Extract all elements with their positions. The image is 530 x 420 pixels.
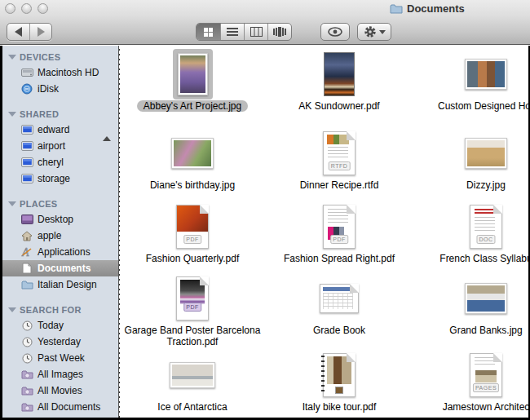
sidebar-item-label: airport: [38, 140, 65, 152]
pdf-spiral-document-icon: [323, 353, 356, 397]
doc-document-icon: DOC: [470, 205, 502, 249]
file-item-grade-book[interactable]: Grade Book: [266, 272, 413, 348]
documents-icon: [20, 262, 33, 275]
sidebar-item-idisk[interactable]: iDisk: [2, 81, 118, 97]
minimize-button[interactable]: [21, 3, 32, 14]
sidebar-item-storage[interactable]: storage: [2, 170, 118, 187]
home-icon: [20, 229, 33, 242]
desktop-icon: [20, 213, 33, 226]
sidebar-item-all-images[interactable]: All Images: [2, 366, 118, 382]
eject-button[interactable]: [103, 125, 112, 134]
chevron-down-icon: [379, 30, 386, 34]
sidebar-item-desktop[interactable]: Desktop: [2, 211, 118, 228]
close-button[interactable]: [5, 3, 15, 14]
file-label: Italy bike tour.pdf: [303, 401, 377, 413]
file-item-fashion-quarterly[interactable]: PDF Fashion Quarterly.pdf: [119, 200, 266, 272]
file-item-custom-designed[interactable]: Custom Designed Hor: [413, 47, 528, 126]
file-item-ak-sundowner[interactable]: AK Sundowner.pdf: [266, 47, 413, 126]
file-label: Diane's birthday.jpg: [150, 179, 235, 191]
section-title: DEVICES: [20, 52, 60, 62]
file-item-dianes-birthday[interactable]: Diane's birthday.jpg: [119, 126, 266, 200]
file-icon-box: DOC: [465, 201, 507, 252]
section-header-search-for[interactable]: SEARCH FOR: [2, 303, 118, 317]
jpeg-landscape-photo-icon: [465, 138, 507, 169]
back-button[interactable]: [7, 24, 29, 40]
sidebar-section-devices: DEVICES Macintosh HD iDisk: [2, 50, 118, 97]
file-grid: Abbey's Art Project.jpg AK Sundowner.pdf…: [119, 47, 528, 418]
sidebar-item-label: apple: [38, 230, 61, 241]
forward-button[interactable]: [29, 24, 51, 40]
file-icon-box: PAGES: [465, 350, 507, 400]
file-item-ice-of-antarctica[interactable]: Ice of Antarctica: [119, 348, 266, 418]
sidebar-item-yesterday[interactable]: Yesterday: [2, 334, 118, 350]
pdf-document-icon: PDF: [323, 205, 356, 249]
sidebar-item-label: iDisk: [38, 83, 59, 95]
sidebar-item-italian-design[interactable]: Italian Design: [2, 276, 118, 293]
eye-icon: [328, 27, 342, 37]
sidebar-item-label: Past Week: [38, 352, 85, 364]
file-item-dizzy[interactable]: Dizzy.jpg: [413, 126, 528, 200]
file-label: Jamestown Architec: [443, 401, 528, 413]
title-toolbar: Documents: [0, 0, 530, 45]
file-label: Custom Designed Hor: [438, 100, 528, 112]
file-item-abbeys-art-project[interactable]: Abbey's Art Project.jpg: [119, 47, 266, 126]
sidebar-item-all-movies[interactable]: All Movies: [2, 382, 118, 399]
quick-look-button[interactable]: [320, 23, 350, 41]
back-arrow-icon: [15, 27, 22, 37]
zoom-button[interactable]: [38, 3, 48, 14]
sidebar-section-shared: SHARED edward airport: [2, 107, 118, 187]
column-view-icon: [250, 27, 263, 37]
sidebar-item-label: Italian Design: [38, 279, 97, 290]
sidebar-section-places: PLACES Desktop apple A: [2, 197, 118, 293]
jpeg-landscape-photo-icon: [465, 59, 507, 90]
rtfd-document-icon: RTFD: [323, 131, 356, 175]
file-label: Dizzy.jpg: [466, 179, 506, 191]
applications-icon: A: [20, 245, 33, 259]
sidebar-item-applications[interactable]: A Applications: [2, 244, 118, 260]
sidebar-item-documents[interactable]: Documents: [2, 260, 118, 276]
file-item-jamestown-architecture[interactable]: PAGES Jamestown Architec: [413, 348, 528, 418]
disclosure-triangle-icon: [8, 201, 16, 206]
file-item-french-class-syllabus[interactable]: DOC French Class Syllabu: [413, 200, 528, 272]
sidebar-item-label: Documents: [38, 263, 91, 274]
sidebar-item-label: edward: [38, 124, 69, 135]
section-header-shared[interactable]: SHARED: [2, 107, 118, 122]
shared-computer-icon: [20, 123, 33, 136]
coverflow-view-button[interactable]: [267, 24, 291, 40]
file-item-grand-banks[interactable]: Grand Banks.jpg: [413, 272, 528, 348]
sidebar-item-all-documents[interactable]: All Documents: [2, 399, 118, 415]
file-label: Dinner Recipe.rtfd: [300, 179, 379, 191]
sidebar-item-label: cheryl: [38, 157, 64, 168]
sidebar-item-label: Yesterday: [38, 336, 81, 347]
sidebar-item-label: Desktop: [38, 214, 73, 225]
smart-folder-icon: [20, 368, 33, 381]
file-label: Grand Banks.jpg: [449, 325, 522, 336]
sidebar-item-today[interactable]: Today: [2, 317, 118, 334]
action-menu-button[interactable]: [357, 23, 391, 41]
sidebar-item-label: All Images: [38, 369, 83, 380]
file-icon-box: [318, 350, 360, 400]
sidebar-item-macintosh-hd[interactable]: Macintosh HD: [2, 64, 118, 81]
list-view-button[interactable]: [220, 24, 244, 40]
file-icon-box: [460, 49, 512, 99]
section-title: SEARCH FOR: [20, 305, 82, 315]
nav-buttons: [7, 23, 52, 41]
file-label: Fashion Quarterly.pdf: [146, 253, 240, 264]
sidebar-item-cheryl[interactable]: cheryl: [2, 154, 118, 170]
column-view-button[interactable]: [244, 24, 267, 40]
sidebar-item-edward[interactable]: edward: [2, 122, 118, 138]
file-item-garage-band-poster[interactable]: PDF Garage Band Poster Barcelona Tractio…: [119, 272, 266, 348]
section-header-places[interactable]: PLACES: [2, 197, 118, 211]
icon-view-button[interactable]: [197, 24, 220, 40]
file-item-dinner-recipe[interactable]: RTFD Dinner Recipe.rtfd: [266, 126, 413, 200]
file-icon-box: [315, 273, 364, 324]
sidebar-item-past-week[interactable]: Past Week: [2, 350, 118, 366]
window-controls: [5, 3, 48, 14]
file-item-italy-bike-tour[interactable]: Italy bike tour.pdf: [266, 348, 413, 418]
sidebar-item-apple-home[interactable]: apple: [2, 228, 118, 244]
sidebar-item-airport[interactable]: airport: [2, 138, 118, 154]
file-item-fashion-spread-right[interactable]: PDF Fashion Spread Right.pdf: [266, 200, 413, 272]
section-header-devices[interactable]: DEVICES: [2, 50, 118, 64]
sidebar-item-label: storage: [38, 173, 70, 184]
file-label: Ice of Antarctica: [157, 401, 227, 413]
